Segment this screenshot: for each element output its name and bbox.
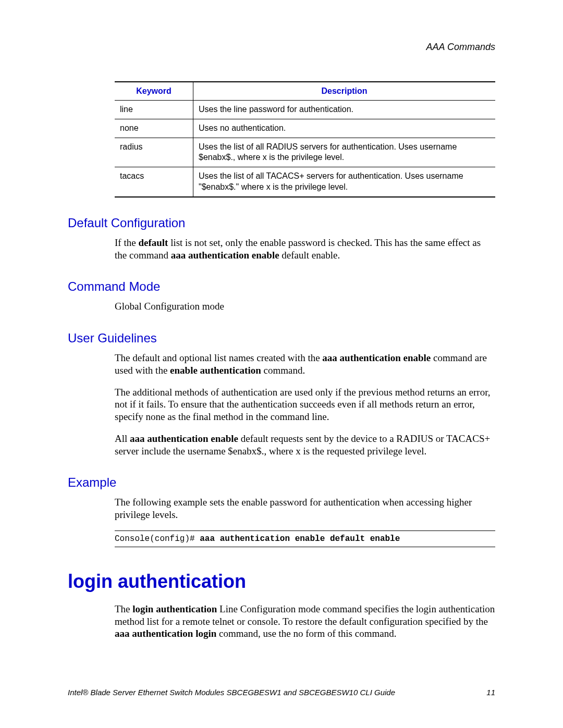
bold-text: login authentication	[132, 603, 217, 614]
document-page: AAA Commands Keyword Description line Us…	[0, 0, 563, 728]
bold-text: aaa authentication enable	[130, 433, 238, 444]
table-row: none Uses no authentication.	[115, 119, 495, 138]
col-header-keyword: Keyword	[115, 82, 193, 101]
page-number: 11	[486, 688, 495, 697]
paragraph: The default and optional list names crea…	[115, 352, 495, 377]
cell-description: Uses the list of all RADIUS servers for …	[193, 138, 496, 167]
heading-example: Example	[68, 475, 495, 490]
col-header-description: Description	[193, 82, 496, 101]
cell-description: Uses no authentication.	[193, 119, 496, 138]
cell-keyword: radius	[115, 138, 193, 167]
table-row: line Uses the line password for authenti…	[115, 101, 495, 119]
paragraph: All aaa authentication enable default re…	[115, 433, 495, 458]
cell-keyword: none	[115, 119, 193, 138]
paragraph: The following example sets the enable pa…	[115, 496, 495, 521]
running-header: AAA Commands	[68, 42, 495, 53]
text: command.	[261, 365, 305, 376]
code-prompt: Console(config)#	[115, 534, 200, 544]
bold-text: aaa authentication login	[115, 628, 216, 639]
bold-text: aaa authentication enable	[171, 250, 279, 261]
keyword-table: Keyword Description line Uses the line p…	[115, 81, 495, 198]
text: If the	[115, 237, 138, 248]
cell-keyword: line	[115, 101, 193, 119]
text: The default and optional list names crea…	[115, 352, 322, 363]
text: default enable.	[279, 250, 340, 261]
text: All	[115, 433, 130, 444]
paragraph: Global Configuration mode	[115, 300, 495, 313]
bold-text: default	[138, 237, 168, 248]
text: command, use the no form of this command…	[216, 628, 396, 639]
code-example: Console(config)# aaa authentication enab…	[115, 530, 495, 547]
cell-description: Uses the line password for authenticatio…	[193, 101, 496, 119]
paragraph: The login authentication Line Configurat…	[115, 603, 495, 640]
table-header-row: Keyword Description	[115, 82, 495, 101]
bold-text: aaa authentication enable	[322, 352, 431, 363]
heading-command-mode: Command Mode	[68, 279, 495, 294]
heading-default-configuration: Default Configuration	[68, 216, 495, 230]
table-row: tacacs Uses the list of all TACACS+ serv…	[115, 167, 495, 197]
footer-title: Intel® Blade Server Ethernet Switch Modu…	[68, 688, 395, 697]
code-command: aaa authentication enable default enable	[200, 534, 400, 544]
page-footer: Intel® Blade Server Ethernet Switch Modu…	[68, 688, 495, 697]
cell-keyword: tacacs	[115, 167, 193, 197]
bold-text: enable authentication	[170, 365, 261, 376]
paragraph: The additional methods of authentication…	[115, 386, 495, 423]
heading-user-guidelines: User Guidelines	[68, 331, 495, 346]
cell-description: Uses the list of all TACACS+ servers for…	[193, 167, 496, 197]
table-row: radius Uses the list of all RADIUS serve…	[115, 138, 495, 167]
text: The	[115, 603, 132, 614]
heading-login-authentication: login authentication	[68, 571, 495, 593]
paragraph: If the default list is not set, only the…	[115, 237, 495, 262]
